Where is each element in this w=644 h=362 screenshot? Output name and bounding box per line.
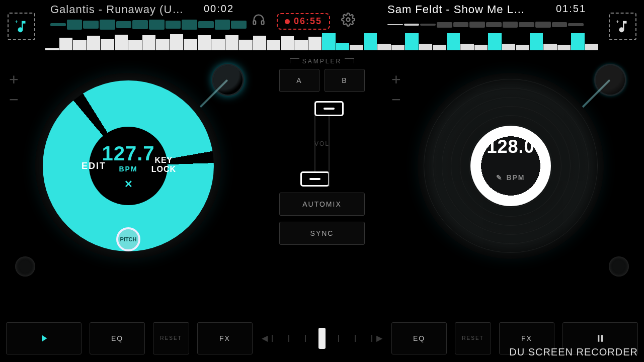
close-icon[interactable]: ✕ — [124, 178, 133, 190]
main-waveform[interactable] — [45, 32, 599, 50]
watermark-text: DU SCREEN RECORDER — [509, 346, 638, 358]
deck-b-volume-fader[interactable] — [329, 101, 330, 187]
pitch-button[interactable]: PITCH — [116, 227, 140, 251]
deck-a-bpm-value: 127.7 — [102, 142, 154, 165]
headphones-icon[interactable] — [252, 13, 266, 30]
sync-button[interactable]: SYNC — [279, 222, 365, 245]
add-track-right-button[interactable]: + — [609, 13, 636, 40]
play-button-a[interactable] — [6, 322, 82, 354]
crossfader[interactable] — [272, 331, 372, 345]
tonearm-knob-a[interactable] — [213, 65, 243, 95]
sampler-a-button[interactable]: A — [279, 69, 319, 92]
sampler-section-label: SAMPLER — [279, 58, 365, 65]
fader-handle-icon[interactable] — [314, 101, 344, 116]
edit-button[interactable]: EDIT — [82, 161, 106, 171]
keylock-button[interactable]: KEYLOCK — [151, 156, 176, 174]
pitch-plus-minus-icon[interactable]: +− — [391, 69, 401, 110]
deck-b-bpm-label: ✎ BPM — [496, 173, 525, 182]
deck-a-bpm-label: BPM — [119, 165, 137, 173]
deck-b-overview-waveform[interactable] — [387, 19, 584, 30]
add-track-left-button[interactable]: + — [8, 13, 35, 40]
deck-b-gain-knob[interactable] — [609, 256, 629, 277]
svg-point-3 — [347, 18, 350, 22]
deck-a-gain-knob[interactable] — [15, 256, 35, 277]
vol-label: VOL — [314, 140, 330, 147]
deck-a-track-title: Galantis - Runaway (U… — [50, 3, 184, 16]
record-button[interactable]: 06:55 — [277, 13, 330, 30]
deck-b-track-time: 01:51 — [556, 3, 586, 15]
deck-a-track-time: 00:02 — [204, 3, 234, 15]
crossfader-left-icon: ◀ — [262, 333, 268, 343]
fader-handle-icon[interactable] — [300, 171, 330, 187]
svg-text:+: + — [15, 19, 18, 25]
tonearm-knob-b[interactable] — [596, 65, 625, 95]
play-icon — [38, 333, 49, 344]
deck-b-bpm-value: 128.0 — [487, 136, 534, 157]
eq-button-b[interactable]: EQ — [391, 322, 447, 354]
deck-b-platter[interactable]: 128.0 ✎ BPM — [418, 73, 604, 259]
deck-a-platter[interactable]: EDIT KEYLOCK 127.7 BPM ✕ PITCH — [35, 73, 221, 259]
fx-button-a[interactable]: FX — [197, 322, 253, 354]
eq-button-a[interactable]: EQ — [90, 322, 145, 354]
pitch-plus-minus-icon[interactable]: +− — [9, 69, 19, 110]
pause-icon — [595, 333, 605, 344]
svg-rect-1 — [254, 21, 256, 24]
automix-button[interactable]: AUTOMIX — [279, 193, 365, 216]
reset-button-a[interactable]: RESET — [153, 322, 189, 354]
reset-button-b[interactable]: RESET — [455, 322, 491, 354]
music-add-icon: + — [615, 19, 630, 34]
settings-icon[interactable] — [341, 13, 355, 30]
deck-a: +− EDIT KEYLOCK 127.7 BPM ✕ PITCH — [5, 60, 257, 282]
music-add-icon: + — [14, 19, 29, 34]
deck-b: +− 128.0 ✎ BPM — [387, 60, 639, 282]
crossfader-handle-icon[interactable] — [318, 328, 326, 349]
svg-text:+: + — [616, 19, 619, 25]
crossfader-right-icon: ▶ — [376, 333, 382, 343]
svg-rect-2 — [262, 21, 264, 24]
volume-faders: VOL — [279, 101, 365, 187]
deck-a-overview-waveform[interactable] — [50, 19, 247, 30]
sampler-b-button[interactable]: B — [325, 69, 365, 92]
record-time: 06:55 — [294, 16, 322, 27]
record-dot-icon — [285, 19, 290, 24]
deck-b-track-title: Sam Feldt - Show Me L… — [387, 3, 525, 16]
